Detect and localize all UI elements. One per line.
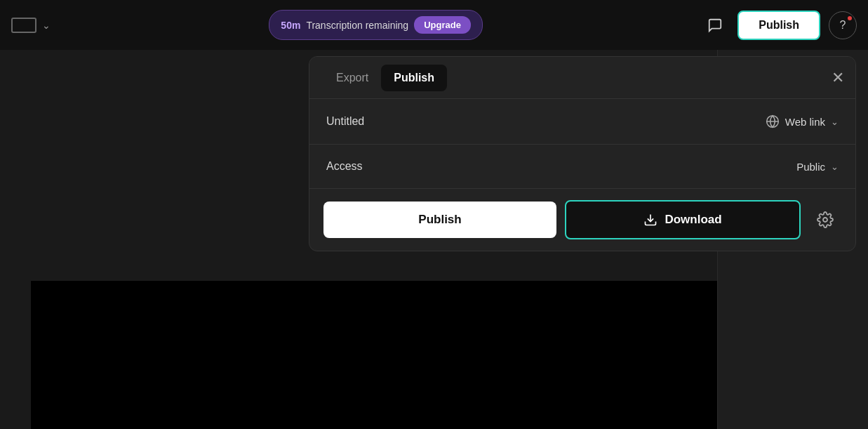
svg-point-8 xyxy=(823,218,827,222)
topbar: ⌄ 50m Transcription remaining Upgrade Pu… xyxy=(0,0,868,50)
panel-access-label: Access xyxy=(326,160,363,173)
panel-row-access: Access Public ⌄ xyxy=(309,145,855,189)
topbar-center: 50m Transcription remaining Upgrade xyxy=(269,10,483,40)
chat-icon xyxy=(707,18,723,33)
tab-publish[interactable]: Publish xyxy=(381,65,447,91)
panel-title-label: Untitled xyxy=(326,115,364,128)
transcription-minutes: 50m xyxy=(281,20,300,31)
panel-row-title: Untitled Web link ⌄ xyxy=(309,99,855,145)
download-label: Download xyxy=(665,213,721,227)
panel-actions: Publish Download xyxy=(309,189,855,251)
chat-button[interactable] xyxy=(701,11,729,39)
publish-button[interactable]: Publish xyxy=(323,202,556,238)
settings-icon xyxy=(817,211,834,228)
notification-dot xyxy=(846,15,853,22)
web-link-selector[interactable]: Web link ⌄ xyxy=(766,114,839,128)
access-selector[interactable]: Public ⌄ xyxy=(796,161,839,173)
download-icon xyxy=(643,213,657,227)
tab-export[interactable]: Export xyxy=(323,65,381,91)
panel-content: Untitled Web link ⌄ Access Public ⌄ xyxy=(309,99,855,189)
transcription-badge: 50m Transcription remaining Upgrade xyxy=(269,10,483,40)
transcription-text: Transcription remaining xyxy=(306,20,408,31)
topbar-right: Publish ? xyxy=(701,11,857,40)
panel-tabs: Export Publish ✕ xyxy=(309,57,855,99)
download-button[interactable]: Download xyxy=(565,200,801,239)
globe-icon xyxy=(766,114,780,128)
access-chevron: ⌄ xyxy=(831,161,839,172)
chevron-down-icon: ⌄ xyxy=(42,20,51,31)
settings-button[interactable] xyxy=(809,202,841,238)
close-button[interactable]: ✕ xyxy=(832,70,844,86)
web-link-chevron: ⌄ xyxy=(831,117,839,127)
access-value: Public xyxy=(796,161,825,173)
help-button[interactable]: ? xyxy=(829,11,857,39)
upgrade-button[interactable]: Upgrade xyxy=(414,16,471,34)
publish-panel: Export Publish ✕ Untitled Web link ⌄ Acc… xyxy=(309,56,856,251)
screen-icon xyxy=(11,18,36,33)
publish-header-button[interactable]: Publish xyxy=(737,11,820,40)
canvas-area xyxy=(31,281,717,429)
topbar-left: ⌄ xyxy=(11,18,51,33)
web-link-label: Web link xyxy=(785,116,825,128)
help-icon: ? xyxy=(840,19,846,32)
